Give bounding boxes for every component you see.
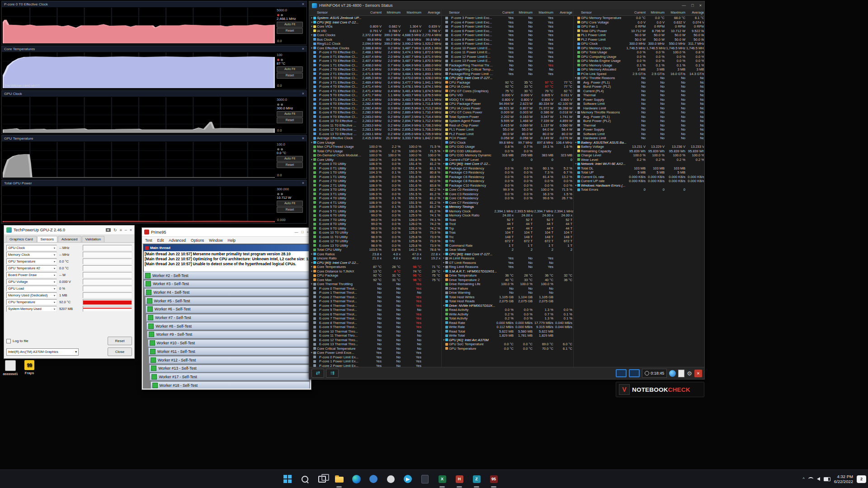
sensor-section-header[interactable]: ▾S.M.A.R.T.: HFM001TD3JX01... (442, 269, 573, 274)
tab-sensors[interactable]: Sensors (37, 236, 57, 242)
sensor-row[interactable]: Package/Ring Thermal Thro...NoNoYes (442, 63, 573, 68)
sensor-row[interactable]: ThermalNoNoNoNo (574, 93, 704, 98)
sensor-row[interactable]: Read Activity0.0 %0.0 %1.3 %0.0 % (442, 308, 573, 312)
sensor-row[interactable]: Write Rate0.112 MB/s0.000 MB/s9.315 MB/s… (442, 325, 573, 329)
task-view-icon[interactable] (315, 472, 329, 486)
sensor-row[interactable]: Drive Temperature36 °C28 °C36 °C32 °C (442, 273, 573, 278)
sensor-row[interactable]: Software LimitNoNoNoNo (574, 132, 704, 136)
sensor-row[interactable]: P-core 1 Power Limit Ex...YesNoYes (310, 359, 441, 364)
sensor-label-dropdown[interactable]: Board Power Draw▾ (6, 272, 57, 278)
sensor-column-1[interactable]: SensorCurrentMinimumMaximumAverage▸Syste… (310, 9, 442, 367)
calculator-icon[interactable] (418, 472, 432, 486)
sensor-row[interactable]: Average Effective Clock2,415.3 MHz21.9 M… (310, 136, 441, 141)
sensor-row[interactable]: P-core 5 Power Limit Exc...YesNoYes (442, 24, 573, 29)
sensor-row[interactable]: P-core 1 T1 Effective Cl...2,408.0 MHz0.… (310, 63, 441, 68)
sensor-row[interactable]: E-core 9 Thermal Throt...NoNoYes (310, 325, 441, 329)
sensor-row[interactable]: GPU Clock300.0 MHz300.0 MHz550.0 MHz311.… (574, 42, 704, 46)
sensor-row[interactable]: Burst Power (PL2)NoNoNoNo (574, 119, 704, 123)
sensor-row[interactable]: Ring/LLC Clock2,094.9 MHz399.0 MHz3,990.… (310, 42, 441, 46)
sensor-section-header[interactable]: ▾GPU [#1]: Intel Arc A370M (442, 338, 573, 343)
sensor-row[interactable]: Trp44 T44 T44 T44 T (442, 226, 573, 231)
monitor-icon[interactable] (616, 369, 627, 377)
sensor-row[interactable]: ▾GPU Throttle ReasonsNoNoNoNo (574, 76, 704, 80)
sensor-row[interactable]: Total Activity0.2 %0.0 %1.3 %0.1 % (442, 316, 573, 321)
worker-window-titlebar[interactable]: Worker #9 - Self-Test (147, 331, 310, 338)
monitor-add-icon[interactable] (629, 369, 640, 377)
wifi-icon[interactable] (808, 477, 813, 481)
sensor-row[interactable]: Wear Level0.2 %0.2 %0.2 %0.2 % (574, 158, 704, 162)
sensor-row[interactable]: P-core 2 T1 Utility106.9 %0.0 %151.6 %83… (310, 183, 441, 188)
sensor-row[interactable]: Package C3 Residency0.0 %0.0 %7.3 %6.7 % (442, 170, 573, 175)
expand-icon[interactable]: ▾ (574, 183, 577, 188)
log-to-file-checkbox[interactable] (6, 339, 11, 343)
close-icon[interactable]: × (302, 181, 304, 185)
sensor-row[interactable]: E-core 12 Power Limit E...YesNoYes (442, 55, 573, 59)
sensor-row[interactable]: E-core 10 Power Limit E...YesNoYes (442, 46, 573, 51)
sensor-row[interactable]: Memory Clock2,394.1 MHz2,393.5 MHz2,394.… (442, 209, 573, 214)
worker-window-titlebar[interactable]: Worker #10 - Self-Test (148, 339, 310, 347)
sensor-row[interactable]: Trcd44 T44 T44 T44 T (442, 222, 573, 226)
sensor-row[interactable]: Uncore Ratio21.0 x4.0 x40.0 x19.2 x (310, 256, 441, 261)
expand-icon[interactable]: ▾ (310, 261, 313, 265)
prime95-titlebar[interactable]: Prime95 — □ × (142, 228, 311, 237)
sensor-row[interactable]: P-core 5 T0 Effective Cl...2,471.7 MHz1.… (310, 93, 441, 98)
sensor-row[interactable]: Drive FailureNoNoNo (442, 286, 573, 291)
sensor-row[interactable]: P-core 5 T1 Effective Cl...2,471.4 MHz0.… (310, 98, 441, 102)
sensor-row[interactable]: CPU IA Cores Power48.521 W0.807 W71.972 … (442, 106, 573, 111)
sensor-row[interactable]: P-core 3 Power Limit Exc...YesNoYes (442, 16, 573, 20)
worker-window-titlebar[interactable]: Worker #2 - Self-Test (143, 272, 310, 279)
minimize-icon[interactable]: — (682, 3, 686, 8)
sensor-row[interactable]: PCIe Link Speed2.5 GT/s2.5 GT/s16.0 GT/s… (574, 72, 704, 76)
sensor-row[interactable]: Total CPU Usage100.0 %0.2 %100.0 %71.5 % (310, 149, 441, 154)
sensor-row[interactable]: P-core 0 T1 Utility106.9 %0.0 %151.4 %81… (310, 166, 441, 171)
expand-icon[interactable]: ▾ (442, 269, 445, 273)
sensor-row[interactable]: ▾Core Temperatures87 °C26 °C96 °C71 °C (310, 265, 441, 269)
notification-badge[interactable]: 2 (857, 475, 866, 483)
sensor-row[interactable]: E-core 8 T0 Utility99.0 %0.0 %126.0 %74.… (310, 222, 441, 226)
sensor-row[interactable]: CPU Package92 °C31 °C96 °C75 °C (310, 273, 441, 278)
sensor-row[interactable]: GPU Fan 10 RPM0 RPM0 RPM0 RPM (574, 24, 704, 29)
sensor-row[interactable]: Software LimitNoNoNoNo (574, 102, 704, 106)
sensor-row[interactable]: PL1 Power Limit50.0 W50.0 W50.0 W50.0 W (574, 33, 704, 38)
spreadsheet-icon[interactable]: X (435, 472, 449, 486)
expand-columns-icon[interactable]: ⇉ (326, 369, 339, 378)
sensor-row[interactable]: ▾Core C3 Residency0.0 %0.0 %16.3 %1.5 % (442, 192, 573, 197)
expand-icon[interactable]: ▾ (310, 20, 313, 24)
sensor-row[interactable]: ▾Core C0 Residency99.9 %0.0 %100.0 %71.5… (442, 188, 573, 192)
sensor-row[interactable]: E-core 9 T0 Effective Cl...2,283.0 MHz0.… (310, 115, 441, 119)
refresh-icon[interactable]: ↻ (113, 228, 117, 232)
close-icon[interactable]: × (302, 47, 304, 51)
sensor-row[interactable]: E-core 7 Power Limit Exc...YesNoYes (442, 33, 573, 38)
reset-button[interactable]: Reset (277, 207, 303, 213)
sensor-label-dropdown[interactable]: GPU Load▾ (6, 286, 57, 291)
sensor-label-dropdown[interactable]: GPU Voltage▾ (6, 279, 57, 285)
reset-button[interactable]: Reset (277, 162, 303, 168)
sensor-row[interactable]: GPU Temperature0.0 °C0.0 °C70.0 °C6.1 °C (442, 347, 573, 351)
sensor-label-dropdown[interactable]: System Memory Used▾ (6, 306, 57, 312)
graph-window-titlebar[interactable]: GPU Temperature× (2, 136, 307, 141)
sensor-row[interactable]: P-core 1 T0 Utility104.3 %0.1 %151.5 %80… (310, 170, 441, 175)
sensor-row[interactable]: ▾Core C6 Residency0.0 %0.0 %99.6 %26.7 % (442, 196, 573, 201)
sensor-row[interactable]: P-core 4 T1 Utility106.9 %0.0 %151.5 %81… (310, 201, 441, 205)
sensor-row[interactable]: E-core 8 Thermal Throt...NoNoYes (310, 321, 441, 325)
report-icon[interactable] (678, 370, 684, 377)
sensor-row[interactable]: ▾Core C7 Residency (442, 201, 573, 205)
sensor-column-2[interactable]: SensorCurrentMinimumMaximumAverageP-core… (442, 9, 574, 367)
expand-icon[interactable]: ▾ (442, 338, 445, 342)
sensor-section-header[interactable]: ▾Memory Timings (442, 205, 573, 209)
minimize-icon[interactable]: – (125, 228, 127, 232)
sensor-row[interactable]: P-core 2 T0 Effective Cl...2,471.6 MHz0.… (310, 67, 441, 72)
sensor-row[interactable]: GPU Memory Temperature0.0 °C0.0 °C68.0 °… (574, 16, 704, 20)
auto-fit-button[interactable]: Auto Fit (277, 22, 303, 28)
minimize-icon[interactable]: — (294, 230, 298, 234)
sensor-row[interactable]: E-core 13 T0 Utility98.9 %0.0 %125.8 %73… (310, 244, 441, 248)
sensor-row[interactable]: Avg. Power (PL1)NoNoNoNo (574, 115, 704, 119)
menu-advanced[interactable]: Advanced (169, 238, 186, 243)
sensor-row[interactable]: CPU Package92 °C35 °C97 °C77 °C (442, 80, 573, 85)
sensor-row[interactable]: Hardware LimitNoNoNoNo (574, 106, 704, 111)
sensor-row[interactable]: Power SupplyNoNoNoNo (574, 127, 704, 132)
sensor-row[interactable]: Package/Ring Power Limit E...YesNoYes (442, 72, 573, 76)
sensor-row[interactable]: Current DL rate0.000 KB/s0.000 KB/s0.000… (574, 175, 704, 179)
sensor-row[interactable]: E-core 12 Thermal Thro...NoNoNo (310, 338, 441, 343)
sensor-row[interactable]: IA VID0.791 V0.788 V0.813 V0.796 V (310, 29, 441, 33)
